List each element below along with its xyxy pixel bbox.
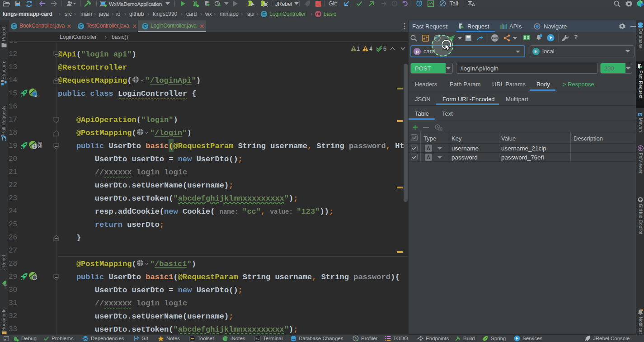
svg-text:JR: JR: [4, 284, 7, 286]
